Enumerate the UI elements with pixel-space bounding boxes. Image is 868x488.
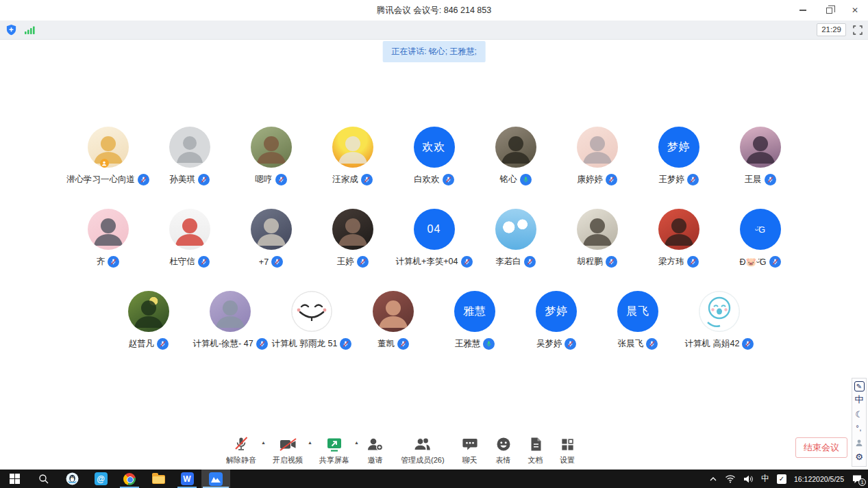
security-shield-icon[interactable]	[5, 24, 17, 36]
taskbar-start-button[interactable]	[0, 470, 29, 488]
participant-tile[interactable]: 雅慧王雅慧	[434, 291, 516, 350]
mic-muted-icon[interactable]	[687, 256, 699, 268]
participant-avatar	[495, 209, 536, 250]
participant-tile[interactable]: 计算机 郭雨龙 51	[271, 291, 353, 350]
participant-name-line: 汪家成	[332, 174, 373, 185]
ime-mode-icon[interactable]: ✓	[777, 474, 786, 484]
participant-tile[interactable]: +7	[230, 209, 312, 268]
mic-muted-icon[interactable]	[461, 256, 473, 268]
participant-tile[interactable]: 铭心	[475, 127, 556, 185]
toolbar-members[interactable]: 管理成员(26)	[401, 435, 445, 465]
restore-button[interactable]	[816, 0, 842, 21]
mic-muted-icon[interactable]	[340, 338, 351, 350]
participant-name: Đ🐷ᵕ̈G	[739, 257, 766, 267]
participant-tile[interactable]: 王婷	[312, 209, 393, 268]
participant-tile[interactable]: 计算机 高娟42	[679, 291, 760, 350]
action-center-icon[interactable]: 1	[852, 474, 863, 484]
toolbar-invite[interactable]: 邀请	[366, 435, 384, 465]
participant-tile[interactable]: 欢欢白欢欢	[393, 127, 475, 185]
mic-muted-icon[interactable]	[742, 338, 754, 350]
mic-muted-icon[interactable]	[646, 338, 658, 350]
participant-tile[interactable]: 晨飞张晨飞	[597, 291, 679, 350]
participant-avatar	[210, 291, 251, 332]
volume-icon[interactable]	[743, 475, 754, 483]
mic-muted-icon[interactable]	[157, 338, 169, 350]
participant-tile[interactable]: 杜守信	[149, 209, 230, 268]
participant-tile[interactable]: 康婷婷	[556, 127, 638, 185]
participant-tile[interactable]: 梦婷王梦婷	[638, 127, 719, 185]
mic-muted-icon[interactable]	[765, 174, 776, 185]
toolbar-emoji[interactable]: 表情	[495, 435, 512, 465]
ime-user-icon[interactable]	[853, 437, 865, 449]
tray-chevron-icon[interactable]	[709, 476, 717, 482]
toolbar-docs[interactable]: 文档	[528, 435, 543, 465]
ime-punct-icon[interactable]: °,	[853, 422, 865, 435]
mic-muted-icon[interactable]	[108, 256, 119, 268]
participant-name-line: 计算机 郭雨龙 51	[272, 338, 352, 350]
participant-tile[interactable]: 齐	[67, 209, 149, 268]
mic-muted-icon[interactable]	[687, 174, 699, 185]
participant-tile[interactable]: 董凯	[353, 291, 434, 350]
mic-speaking-icon[interactable]	[483, 338, 495, 350]
ime-lang-icon[interactable]: 中	[853, 394, 865, 406]
taskbar-caj-icon[interactable]: @	[86, 470, 115, 488]
fullscreen-icon[interactable]	[853, 25, 863, 35]
taskbar-meeting-icon[interactable]	[201, 470, 230, 488]
chevron-up-icon[interactable]: ▲	[261, 440, 266, 445]
participant-tile[interactable]: ᵕ̈GĐ🐷ᵕ̈G	[719, 209, 801, 268]
participant-tile[interactable]: 嗯哼	[230, 127, 312, 185]
participant-tile[interactable]: 潜心学习一心向道	[67, 127, 149, 185]
mic-muted-icon[interactable]	[565, 338, 576, 350]
mic-muted-icon[interactable]	[271, 256, 283, 268]
taskbar-penguin-icon[interactable]	[58, 470, 86, 488]
end-meeting-button[interactable]: 结束会议	[795, 437, 847, 458]
ime-halfmoon-icon[interactable]: ☾	[853, 408, 865, 420]
participant-tile[interactable]: 梦婷吴梦婷	[516, 291, 597, 350]
participant-tile[interactable]: 梁方玮	[638, 209, 719, 268]
mic-muted-icon[interactable]	[606, 174, 617, 185]
mic-speaking-icon[interactable]	[520, 174, 532, 185]
ime-language-indicator[interactable]: 中	[761, 473, 769, 485]
ime-gear-icon[interactable]: ⚙	[853, 451, 865, 463]
participant-tile[interactable]: 汪家成	[312, 127, 393, 185]
mic-muted-icon[interactable]	[606, 256, 617, 268]
participant-tile[interactable]: 孙美琪	[149, 127, 230, 185]
toolbar-share-screen[interactable]: 共享屏幕▲	[319, 435, 349, 465]
mic-muted-icon[interactable]	[361, 174, 373, 185]
close-button[interactable]: ✕	[842, 0, 868, 21]
mic-muted-icon[interactable]	[443, 174, 454, 185]
taskbar-search-icon[interactable]	[29, 470, 58, 488]
participant-tile[interactable]: 04计算机+李笑+04	[393, 209, 475, 268]
toolbar-chat-label: 聊天	[462, 455, 478, 465]
ime-pad-icon[interactable]: ✎	[854, 381, 865, 391]
taskbar-chrome-icon[interactable]	[115, 470, 144, 488]
wifi-icon[interactable]	[725, 474, 736, 483]
taskbar-explorer-icon[interactable]	[144, 470, 173, 488]
mic-muted-icon[interactable]	[138, 174, 149, 185]
mic-muted-icon[interactable]	[524, 256, 536, 268]
mic-muted-icon[interactable]	[198, 174, 210, 185]
mic-muted-icon[interactable]	[256, 338, 268, 350]
participant-tile[interactable]: 计算机-徐慧- 47	[190, 291, 271, 350]
notification-badge: 1	[858, 478, 866, 486]
toolbar-chat[interactable]: 聊天	[461, 435, 479, 465]
toolbar-settings[interactable]: 设置	[560, 435, 575, 465]
taskbar-wps-icon[interactable]: W	[173, 470, 201, 488]
participant-tile[interactable]: 赵普凡	[108, 291, 190, 350]
toolbar-start-video[interactable]: 开启视频▲	[273, 435, 303, 465]
minimize-button[interactable]	[790, 0, 816, 21]
chevron-up-icon[interactable]: ▲	[308, 440, 312, 445]
mic-muted-icon[interactable]	[198, 256, 210, 268]
taskbar-clock[interactable]: 16:12 2020/5/25	[794, 475, 844, 483]
mic-muted-icon[interactable]	[397, 338, 409, 350]
participant-tile[interactable]: 胡程鹏	[556, 209, 638, 268]
participant-tile[interactable]: 李若白	[475, 209, 556, 268]
mic-muted-icon[interactable]	[769, 256, 781, 268]
mic-muted-icon[interactable]	[357, 256, 369, 268]
mic-muted-icon[interactable]	[275, 174, 287, 185]
chevron-up-icon[interactable]: ▲	[354, 440, 359, 445]
network-signal-icon[interactable]	[24, 25, 35, 35]
participant-tile[interactable]: 王晨	[719, 127, 801, 185]
participant-name: 计算机-徐慧- 47	[193, 338, 253, 350]
toolbar-unmute[interactable]: 解除静音▲	[226, 435, 256, 465]
